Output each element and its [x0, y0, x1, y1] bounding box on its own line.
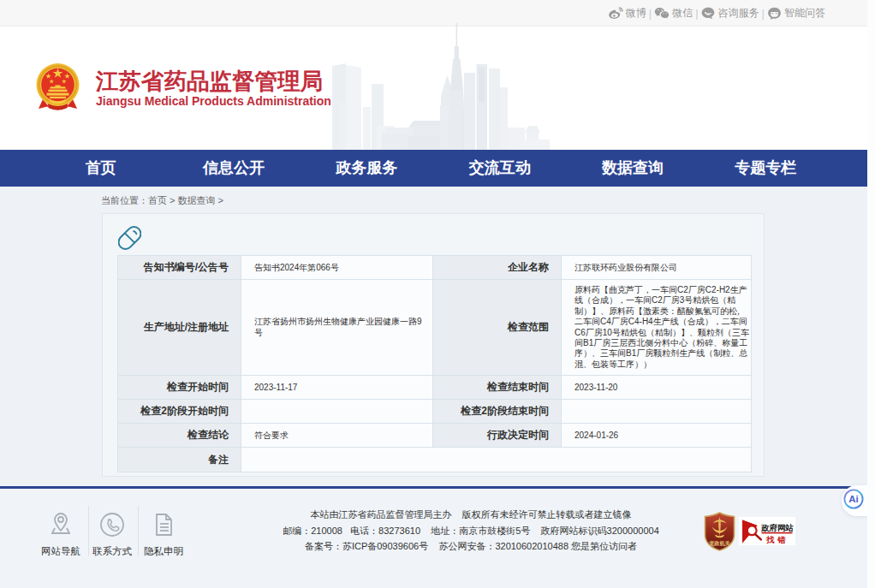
svg-text:找错: 找错	[765, 535, 789, 544]
svg-text:党政机关: 党政机关	[708, 540, 731, 547]
svg-text:Ai: Ai	[848, 494, 859, 504]
svg-text:政府网站: 政府网站	[760, 523, 795, 532]
